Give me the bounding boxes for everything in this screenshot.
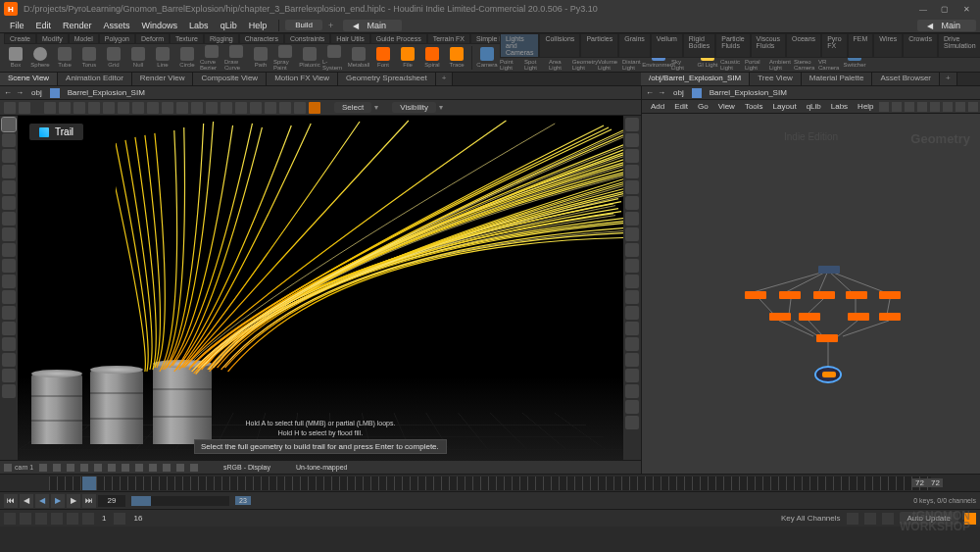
view-btn[interactable] <box>294 102 306 114</box>
tool-icon[interactable] <box>2 227 16 241</box>
net-toolbar-icon[interactable] <box>956 102 965 112</box>
shelf-tab[interactable]: Particles <box>580 33 618 58</box>
output-node[interactable] <box>814 366 842 383</box>
net-toolbar-icon[interactable] <box>892 102 902 112</box>
view-btn[interactable] <box>235 102 247 114</box>
view-btn[interactable] <box>191 102 203 114</box>
shelf-tool[interactable]: Camera <box>475 45 499 71</box>
shelf-tool[interactable]: Circle <box>175 45 199 71</box>
net-menu[interactable]: Tools <box>740 102 768 111</box>
shelf-tool[interactable]: Curve Bezier <box>200 45 223 71</box>
net-menu[interactable]: qLib <box>802 102 826 111</box>
pane-tab[interactable]: Render View <box>132 73 194 85</box>
menu-assets[interactable]: Assets <box>98 21 136 30</box>
key-icon[interactable] <box>864 513 876 525</box>
status-icon[interactable] <box>35 513 47 525</box>
pane-tab[interactable]: Motion FX View <box>267 73 338 85</box>
view-icon[interactable] <box>80 464 88 472</box>
shelf-tool[interactable]: Line <box>151 45 174 71</box>
shelf-tab[interactable]: Terrain FX <box>427 33 470 44</box>
view-btn[interactable] <box>176 102 188 114</box>
shelf-tab[interactable]: Oceans <box>786 33 821 58</box>
shelf-tab[interactable]: Pyro FX <box>821 33 847 58</box>
display-option-icon[interactable] <box>625 322 639 335</box>
pane-tab[interactable]: /obj/Barrel_Explosion_SIM <box>641 73 750 85</box>
display-option-icon[interactable] <box>625 337 639 351</box>
tone-map-label[interactable]: Un-tone-mapped <box>296 464 348 471</box>
display-option-icon[interactable] <box>625 227 639 241</box>
maximize-button[interactable]: ▢ <box>935 2 955 16</box>
node[interactable] <box>879 291 901 299</box>
shelf-tab[interactable]: Hair Utils <box>330 33 369 44</box>
tool-icon[interactable] <box>2 243 16 257</box>
tool-icon[interactable] <box>2 337 16 351</box>
timeline-track[interactable] <box>49 477 931 490</box>
current-frame[interactable]: 29 <box>98 495 125 507</box>
display-option-icon[interactable] <box>625 149 639 163</box>
menu-file[interactable]: File <box>4 21 30 30</box>
shelf-tab[interactable]: Collisions <box>539 33 580 58</box>
node[interactable] <box>848 313 869 321</box>
display-option-icon[interactable] <box>625 416 639 429</box>
key-all-button[interactable]: Key All Channels <box>781 514 840 523</box>
shelf-tab[interactable]: Lights and Cameras <box>500 33 539 58</box>
shelf-tab[interactable]: Deform <box>135 33 170 44</box>
last-frame-button[interactable]: ⏭ <box>82 494 96 508</box>
shelf-tab[interactable]: Rigid Bodies <box>683 33 715 58</box>
shelf-tool[interactable]: File <box>396 45 419 71</box>
view-btn[interactable] <box>309 102 320 114</box>
net-toolbar-icon[interactable] <box>879 102 889 112</box>
menu-edit[interactable]: Edit <box>30 21 58 30</box>
select-mode-dropdown[interactable]: Select <box>334 102 371 113</box>
tool-icon[interactable] <box>2 369 16 382</box>
path-back-icon[interactable]: ← <box>4 88 12 97</box>
view-icon[interactable] <box>122 464 129 472</box>
path-root[interactable]: obj <box>27 88 46 97</box>
display-option-icon[interactable] <box>625 275 639 288</box>
display-option-icon[interactable] <box>625 400 639 414</box>
tool-icon[interactable] <box>2 290 16 304</box>
desktop-build[interactable]: Build <box>285 20 322 30</box>
next-frame-button[interactable]: ▶ <box>67 494 80 508</box>
view-btn[interactable] <box>279 102 291 114</box>
desktop-main-arrow[interactable]: ◀ Main <box>343 20 402 31</box>
shelf-tool[interactable]: Box <box>4 45 27 71</box>
tool-icon[interactable] <box>2 384 16 398</box>
node[interactable] <box>745 291 766 299</box>
range-end-field[interactable]: 16 <box>129 514 146 523</box>
net-toolbar-icon[interactable] <box>968 102 978 112</box>
prev-frame-button[interactable]: ◀ <box>20 494 33 508</box>
display-option-icon[interactable] <box>625 196 639 210</box>
pane-tab[interactable]: Scene View <box>0 73 58 85</box>
display-option-icon[interactable] <box>625 384 639 398</box>
shelf-tab[interactable]: Constraints <box>284 33 330 44</box>
view-btn[interactable] <box>118 102 129 114</box>
node[interactable] <box>846 291 867 299</box>
shelf-tab[interactable]: Texture <box>170 33 204 44</box>
path-node[interactable]: Barrel_Explosion_SIM <box>706 88 791 97</box>
shelf-tab[interactable]: FEM <box>848 33 874 58</box>
shelf-tab[interactable]: Polygon <box>99 33 135 44</box>
node[interactable] <box>779 291 801 299</box>
close-button[interactable]: ✕ <box>956 2 976 16</box>
view-icon[interactable] <box>108 464 116 472</box>
menu-labs[interactable]: Labs <box>183 21 215 30</box>
shelf-tool[interactable]: Sphere <box>28 45 52 71</box>
shelf-tab[interactable]: Guide Process <box>370 33 427 44</box>
path-back-icon[interactable]: ← <box>646 88 654 97</box>
display-option-icon[interactable] <box>625 212 639 226</box>
shelf-tab[interactable]: Grains <box>618 33 651 58</box>
lock-icon[interactable] <box>82 513 94 525</box>
play-button[interactable]: ▶ <box>51 494 65 508</box>
shelf-tool[interactable]: Metaball <box>347 45 370 71</box>
view-btn[interactable] <box>19 102 30 114</box>
pane-tab[interactable]: Material Palette <box>802 73 873 85</box>
node[interactable] <box>813 291 835 299</box>
view-btn[interactable] <box>132 102 144 114</box>
range-start-field[interactable]: 1 <box>98 514 110 523</box>
node[interactable] <box>769 313 791 321</box>
shelf-tool[interactable]: Spiral <box>420 45 444 71</box>
pane-tab[interactable]: Geometry Spreadsheet <box>338 73 436 85</box>
path-node[interactable]: Barrel_Explosion_SIM <box>64 88 149 97</box>
view-btn[interactable] <box>74 102 85 114</box>
